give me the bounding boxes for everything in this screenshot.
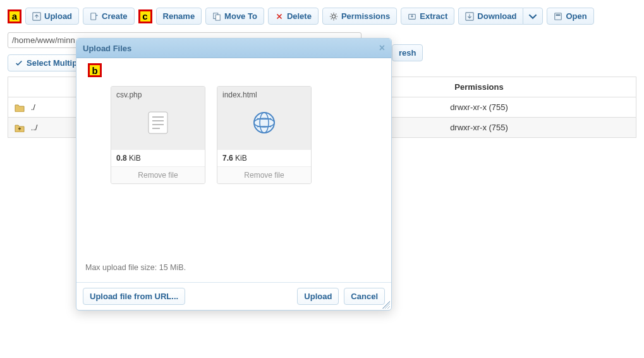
row-name: ./ — [31, 102, 35, 112]
file-name: csv.php — [116, 90, 200, 99]
close-icon[interactable]: × — [379, 42, 385, 54]
svg-rect-1 — [91, 13, 96, 20]
upload-drop-area[interactable]: csv.php 0.8 KiB Remove file index.html — [84, 65, 384, 145]
create-icon — [90, 12, 99, 21]
download-label: Download — [477, 11, 516, 21]
gear-icon — [329, 12, 338, 21]
caret-down-icon — [528, 12, 537, 21]
permissions-button[interactable]: Permissions — [322, 8, 397, 25]
globe-icon — [222, 99, 306, 145]
extract-button[interactable]: Extract — [401, 8, 454, 25]
folder-up-icon — [15, 124, 25, 132]
moveto-label: Move To — [224, 11, 257, 21]
dialog-body: b csv.php 0.8 KiB Remove file index.html — [76, 58, 391, 145]
download-split-button: Download — [458, 8, 543, 25]
refresh-button-partial[interactable]: resh — [392, 44, 423, 61]
permissions-label: Permissions — [341, 11, 390, 21]
moveto-icon — [212, 12, 221, 21]
delete-button[interactable]: Delete — [268, 8, 319, 25]
extract-icon — [408, 12, 416, 21]
moveto-button[interactable]: Move To — [205, 8, 264, 25]
svg-rect-8 — [556, 14, 561, 16]
extract-label: Extract — [420, 11, 447, 21]
create-button[interactable]: Create — [83, 8, 134, 25]
annotation-a: a — [8, 9, 21, 23]
annotation-b: b — [88, 63, 102, 77]
dialog-title: Upload Files — [83, 44, 131, 53]
open-button[interactable]: Open — [547, 8, 593, 25]
upload-label: Upload — [44, 11, 72, 21]
svg-point-14 — [254, 113, 274, 133]
open-label: Open — [566, 11, 586, 21]
download-dropdown-toggle[interactable] — [523, 8, 543, 25]
main-toolbar: a Upload Create c Rename Move To Delete … — [8, 8, 636, 25]
delete-label: Delete — [287, 11, 312, 21]
download-button[interactable]: Download — [458, 8, 523, 25]
download-icon — [465, 12, 474, 21]
delete-icon — [275, 12, 284, 21]
rename-button[interactable]: Rename — [156, 8, 202, 25]
svg-rect-9 — [149, 112, 167, 133]
upload-file-tile: index.html 7.6 KiB Remove file — [217, 86, 312, 145]
upload-dialog: Upload Files × b csv.php 0.8 KiB Remove … — [76, 38, 392, 145]
upload-icon — [32, 12, 41, 21]
svg-rect-7 — [555, 13, 562, 20]
rename-label: Rename — [163, 11, 195, 21]
file-name: index.html — [222, 90, 306, 99]
create-label: Create — [102, 11, 127, 21]
row-name: ../ — [31, 123, 38, 132]
file-text-icon — [116, 99, 200, 145]
upload-button[interactable]: Upload — [25, 8, 79, 25]
svg-rect-3 — [216, 15, 220, 20]
folder-icon — [15, 104, 25, 112]
check-icon — [15, 59, 23, 68]
open-icon — [554, 12, 562, 21]
upload-file-tile: csv.php 0.8 KiB Remove file — [111, 86, 205, 145]
svg-point-4 — [332, 15, 335, 18]
annotation-c: c — [138, 9, 152, 23]
dialog-header[interactable]: Upload Files × — [76, 39, 391, 58]
